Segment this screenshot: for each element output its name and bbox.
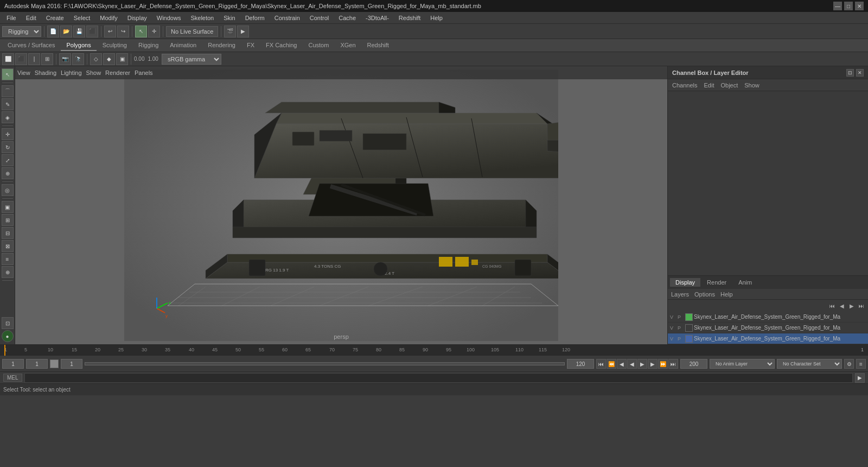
menu-item-cache[interactable]: Cache xyxy=(334,14,360,22)
new-file-btn[interactable]: 📄 xyxy=(47,26,59,37)
char-set-options-btn[interactable]: ⚙ xyxy=(844,359,854,369)
vp-grid-btn[interactable]: ⊞ xyxy=(41,53,53,65)
save-file-btn[interactable]: 💾 xyxy=(73,26,85,37)
close-button[interactable]: ✕ xyxy=(855,2,864,10)
open-file-btn[interactable]: 📂 xyxy=(60,26,72,37)
menu-item-redshift[interactable]: Redshift xyxy=(394,14,425,22)
script-type-label[interactable]: MEL xyxy=(3,374,22,382)
char-set-extra-btn[interactable]: ≡ xyxy=(856,359,866,369)
shelf-tab-xgen[interactable]: XGen xyxy=(335,40,361,51)
time-range-bar[interactable] xyxy=(85,362,565,365)
menu-item--3dtoall-[interactable]: -3DtoAll- xyxy=(361,14,393,22)
color-space-dropdown[interactable]: sRGB gamma xyxy=(162,54,221,65)
layer-v1[interactable]: V xyxy=(670,314,676,320)
universal-tool-btn[interactable]: ⊕ xyxy=(2,167,14,179)
menu-item-file[interactable]: File xyxy=(2,14,21,22)
prev-frame-btn[interactable]: ⏪ xyxy=(607,359,616,369)
shelf-tab-redshift[interactable]: Redshift xyxy=(362,40,394,51)
mode-dropdown[interactable]: Rigging xyxy=(2,26,41,37)
goto-end-btn[interactable]: ⏭ xyxy=(668,359,678,369)
layer-v2[interactable]: V xyxy=(670,325,676,331)
vp-cam2[interactable]: 🔭 xyxy=(72,53,84,65)
paint-tool-btn[interactable]: ✎ xyxy=(2,98,14,110)
attr-btn[interactable]: ≡ xyxy=(2,253,14,265)
menu-item-deform[interactable]: Deform xyxy=(241,14,269,22)
layer-p2[interactable]: P xyxy=(678,325,684,331)
current-frame-input[interactable] xyxy=(26,359,48,369)
goto-start-btn[interactable]: ⏮ xyxy=(596,359,606,369)
shelf-tab-rendering[interactable]: Rendering xyxy=(202,40,241,51)
layer-row-2[interactable]: V P Skynex_Laser_Air_Defense_System_Gree… xyxy=(668,323,868,333)
shelf-tab-animation[interactable]: Animation xyxy=(164,40,202,51)
shelf-tab-custom[interactable]: Custom xyxy=(303,40,335,51)
shelf-tab-fx[interactable]: FX xyxy=(241,40,260,51)
cb-tab-show[interactable]: Show xyxy=(744,82,760,89)
menu-item-create[interactable]: Create xyxy=(42,14,68,22)
render-btn[interactable]: ▶ xyxy=(237,26,249,37)
end-frame-input[interactable] xyxy=(567,359,594,369)
menu-item-display[interactable]: Display xyxy=(123,14,151,22)
vp-tool3[interactable]: | xyxy=(28,53,40,65)
bottom-tool-btn[interactable]: ● xyxy=(2,330,14,342)
shelf-tab-fx-caching[interactable]: FX Caching xyxy=(260,40,302,51)
command-execute-btn[interactable]: ▶ xyxy=(855,373,865,383)
vp-menu-shading[interactable]: Shading xyxy=(35,70,56,76)
select-tool-btn[interactable]: ↖ xyxy=(2,68,14,80)
scale-tool-btn[interactable]: ⤢ xyxy=(2,154,14,166)
char-set-dropdown[interactable]: No Character Set xyxy=(777,359,842,369)
layer-p1[interactable]: P xyxy=(678,314,684,320)
menu-item-edit[interactable]: Edit xyxy=(22,14,41,22)
measure-btn[interactable]: ⊠ xyxy=(2,240,14,252)
le-tab-render[interactable]: Render xyxy=(701,278,732,287)
le-next-next-btn[interactable]: ⏭ xyxy=(857,301,866,310)
menu-item-control[interactable]: Control xyxy=(305,14,333,22)
show-manipulator-btn[interactable]: ▣ xyxy=(2,201,14,213)
vp-menu-view[interactable]: View xyxy=(17,70,30,76)
shelf-tab-polygons[interactable]: Polygons xyxy=(61,40,96,51)
snap-btn[interactable]: ⊟ xyxy=(2,227,14,239)
next-frame-btn[interactable]: ⏩ xyxy=(658,359,668,369)
anim-layer-dropdown[interactable]: No Anim Layer xyxy=(710,359,775,369)
layer-row-3[interactable]: V P Skynex_Laser_Air_Defense_System_Gree… xyxy=(668,333,868,344)
vp-cam1[interactable]: 📷 xyxy=(59,53,71,65)
menu-item-constrain[interactable]: Constrain xyxy=(270,14,304,22)
le-subtab-layers[interactable]: Layers xyxy=(671,291,689,298)
lasso-tool-btn[interactable]: ⌒ xyxy=(2,85,14,97)
vp-menu-lighting[interactable]: Lighting xyxy=(61,70,82,76)
menu-item-help[interactable]: Help xyxy=(426,14,447,22)
connect-btn[interactable]: ⊕ xyxy=(2,266,14,278)
menu-item-windows[interactable]: Windows xyxy=(152,14,186,22)
frame3-input[interactable] xyxy=(61,359,82,369)
layer-v3[interactable]: V xyxy=(670,336,676,342)
total-frames-input[interactable] xyxy=(680,359,707,369)
vp-wire-btn[interactable]: ◇ xyxy=(90,53,102,65)
shelf-tab-sculpting[interactable]: Sculpting xyxy=(97,40,132,51)
shelf-tab-rigging[interactable]: Rigging xyxy=(133,40,164,51)
le-subtab-options[interactable]: Options xyxy=(694,291,715,298)
vp-menu-show[interactable]: Show xyxy=(86,70,101,76)
save-scene-btn[interactable]: ⬛ xyxy=(86,26,98,37)
color-swatch[interactable] xyxy=(50,359,59,368)
cb-tab-channels[interactable]: Channels xyxy=(672,82,697,89)
cb-tab-object[interactable]: Object xyxy=(720,82,738,89)
sculpt-tool-btn[interactable]: ◈ xyxy=(2,111,14,123)
vp-shade-btn[interactable]: ◆ xyxy=(103,53,115,65)
le-subtab-help[interactable]: Help xyxy=(720,291,733,298)
viewport[interactable]: View Shading Lighting Show Renderer Pane… xyxy=(15,66,667,344)
vp-menu-panels[interactable]: Panels xyxy=(135,70,153,76)
vp-tex-btn[interactable]: ▣ xyxy=(116,53,128,65)
move-mode-btn[interactable]: ✛ xyxy=(148,26,160,37)
maximize-button[interactable]: □ xyxy=(844,2,853,10)
vp-menu-renderer[interactable]: Renderer xyxy=(105,70,130,76)
soft-mod-btn[interactable]: ◎ xyxy=(2,184,14,196)
layer-p3[interactable]: P xyxy=(678,336,684,342)
le-tab-display[interactable]: Display xyxy=(670,278,700,287)
play-back-btn[interactable]: ◀ xyxy=(627,359,637,369)
channel-box-float-btn[interactable]: ⊡ xyxy=(846,69,854,77)
menu-item-skeleton[interactable]: Skeleton xyxy=(186,14,218,22)
vp-tool1[interactable]: ⬜ xyxy=(2,53,14,65)
time-ruler[interactable]: 1 5 10 15 20 25 30 35 40 45 50 55 60 65 … xyxy=(0,345,868,356)
vp-tool2[interactable]: ⬛ xyxy=(15,53,27,65)
le-tab-anim[interactable]: Anim xyxy=(733,278,757,287)
menu-item-skin[interactable]: Skin xyxy=(219,14,239,22)
